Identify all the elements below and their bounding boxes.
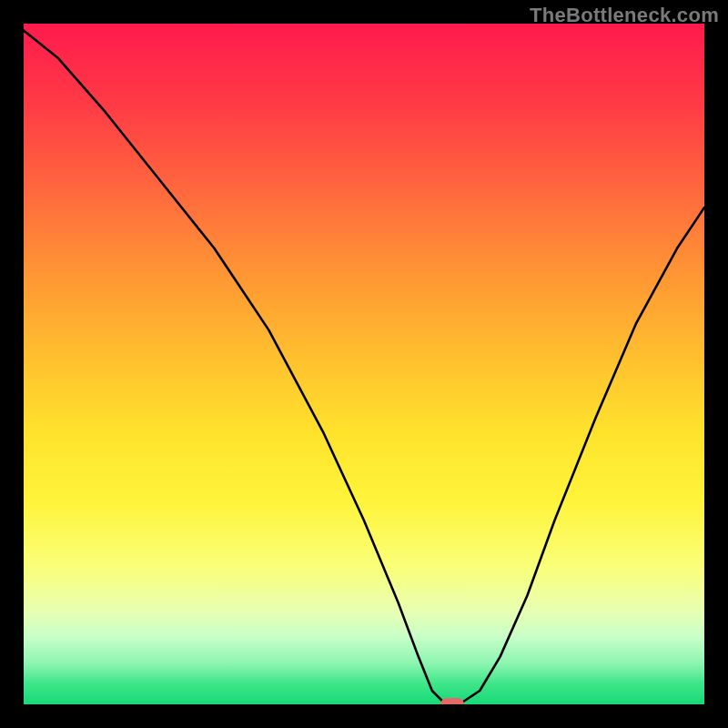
optimal-point-marker (440, 698, 464, 704)
chart-frame: TheBottleneck.com (0, 0, 728, 728)
plot-area (24, 24, 704, 704)
bottleneck-curve (24, 24, 704, 704)
watermark-text: TheBottleneck.com (530, 4, 719, 27)
